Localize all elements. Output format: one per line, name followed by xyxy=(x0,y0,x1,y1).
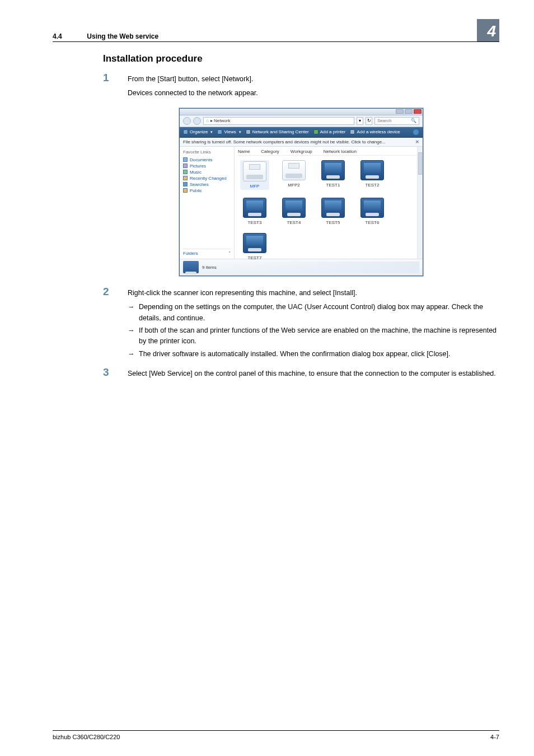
device-label: MFP xyxy=(250,184,260,189)
step-note: If both of the scan and printer function… xyxy=(128,325,499,347)
pc-icon xyxy=(243,233,266,253)
device-label: TEST5 xyxy=(326,220,340,225)
pc-icon xyxy=(321,160,345,180)
main-pane: Name Category Workgroup Network location… xyxy=(235,147,423,259)
pc-icon xyxy=(321,198,345,218)
public-icon xyxy=(183,188,188,193)
address-bar[interactable]: ⌂ ▸ Network xyxy=(203,117,354,125)
scrollbar-thumb[interactable] xyxy=(418,152,422,175)
network-status-icon xyxy=(183,261,199,273)
device-test5[interactable]: TEST5 xyxy=(318,198,348,225)
minimize-button[interactable] xyxy=(396,109,404,114)
device-label: MFP2 xyxy=(288,183,299,188)
step-number: 3 xyxy=(103,367,128,382)
step-number: 1 xyxy=(103,72,128,102)
step-text: From the [Start] button, select [Network… xyxy=(128,74,499,85)
step-text: Select [Web Service] on the control pane… xyxy=(128,368,499,379)
search-icon: 🔍 xyxy=(411,118,416,123)
printer-icon xyxy=(282,160,306,180)
step-3: 3 Select [Web Service] on the control pa… xyxy=(103,367,499,382)
device-label: TEST2 xyxy=(366,183,380,188)
device-test2[interactable]: TEST2 xyxy=(358,160,387,190)
refresh-button[interactable]: ↻ xyxy=(366,117,372,125)
device-test6[interactable]: TEST6 xyxy=(358,198,387,225)
sidebar-item-public[interactable]: Public xyxy=(183,188,231,194)
step-1: 1 From the [Start] button, select [Netwo… xyxy=(103,72,499,102)
device-test3[interactable]: TEST3 xyxy=(240,198,269,225)
breadcrumb-dropdown[interactable]: ▾ xyxy=(357,117,363,125)
sidebar: Favorite Links Documents Pictures Music … xyxy=(180,147,235,259)
documents-icon xyxy=(183,157,188,162)
sidebar-item-searches[interactable]: Searches xyxy=(183,181,231,188)
folders-toggle[interactable]: Folders ˄ xyxy=(183,249,231,256)
help-button[interactable] xyxy=(413,129,419,136)
recent-icon xyxy=(183,176,188,180)
device-label: TEST4 xyxy=(287,220,301,225)
device-mfp2[interactable]: MFP2 xyxy=(279,160,308,190)
device-label: TEST6 xyxy=(366,220,380,225)
device-label: TEST7 xyxy=(248,255,262,260)
step-text: Right-click the scanner icon representin… xyxy=(128,288,499,298)
back-button[interactable] xyxy=(183,117,191,125)
section-number: 4.4 xyxy=(53,32,85,40)
device-test1[interactable]: TEST1 xyxy=(318,160,348,190)
address-bar-row: ⌂ ▸ Network ▾ ↻ Search 🔍 xyxy=(180,115,423,127)
views-menu[interactable]: Views xyxy=(217,129,241,134)
device-label: TEST3 xyxy=(248,220,262,225)
sidebar-item-recently-changed[interactable]: Recently Changed xyxy=(183,175,231,181)
section-title: Using the Web service xyxy=(87,32,158,40)
network-icon: ⌂ xyxy=(206,118,209,123)
forward-button[interactable] xyxy=(193,117,201,125)
search-placeholder: Search xyxy=(377,118,391,123)
step-text: Devices connected to the network appear. xyxy=(128,88,499,99)
music-icon xyxy=(183,170,188,174)
breadcrumb: ▸ Network xyxy=(210,118,231,123)
add-printer-button[interactable]: Add a printer xyxy=(313,129,346,134)
footer-left: bizhub C360/C280/C220 xyxy=(53,734,120,740)
toolbar: Organize Views Network and Sharing Cente… xyxy=(180,127,423,138)
search-input[interactable]: Search 🔍 xyxy=(374,117,419,125)
network-window: ⌂ ▸ Network ▾ ↻ Search 🔍 Organize Views … xyxy=(179,108,423,276)
device-mfp[interactable]: MFP xyxy=(240,160,269,190)
page-header: 4.4 Using the Web service 4 xyxy=(53,19,499,42)
close-button[interactable] xyxy=(414,109,421,114)
printer-icon xyxy=(243,161,266,181)
page-title: Installation procedure xyxy=(103,53,499,64)
device-label: TEST1 xyxy=(326,183,340,188)
vertical-scrollbar[interactable] xyxy=(417,147,423,259)
sidebar-item-documents[interactable]: Documents xyxy=(183,157,231,163)
column-headers[interactable]: Name Category Workgroup Network location xyxy=(238,149,419,156)
chapter-badge: 4 xyxy=(477,19,499,41)
add-wireless-device-button[interactable]: Add a wireless device xyxy=(350,129,400,134)
window-titlebar xyxy=(180,109,423,115)
pc-icon xyxy=(360,160,384,180)
sidebar-item-pictures[interactable]: Pictures xyxy=(183,163,231,169)
chevron-up-icon: ˄ xyxy=(228,251,231,256)
device-test4[interactable]: TEST4 xyxy=(279,198,308,225)
sidebar-item-music[interactable]: Music xyxy=(183,169,231,175)
step-note: The driver software is automatically ins… xyxy=(128,349,499,360)
pc-icon xyxy=(282,198,306,218)
pictures-icon xyxy=(183,164,188,168)
footer-right: 4-7 xyxy=(490,734,499,740)
device-test7[interactable]: TEST7 xyxy=(240,233,269,260)
organize-menu[interactable]: Organize xyxy=(183,129,213,134)
pc-icon xyxy=(360,198,384,218)
searches-icon xyxy=(183,182,188,186)
step-2: 2 Right-click the scanner icon represent… xyxy=(103,286,499,361)
pc-icon xyxy=(243,198,266,218)
step-note: Depending on the settings on the compute… xyxy=(128,302,499,324)
info-bar-close-icon[interactable]: ✕ xyxy=(415,139,419,144)
info-bar[interactable]: File sharing is turned off. Some network… xyxy=(180,138,423,147)
favorites-heading: Favorite Links xyxy=(183,150,231,155)
network-sharing-center-button[interactable]: Network and Sharing Center xyxy=(246,129,309,134)
maximize-button[interactable] xyxy=(405,109,413,114)
step-number: 2 xyxy=(103,286,128,361)
status-text: 9 items xyxy=(202,265,217,270)
